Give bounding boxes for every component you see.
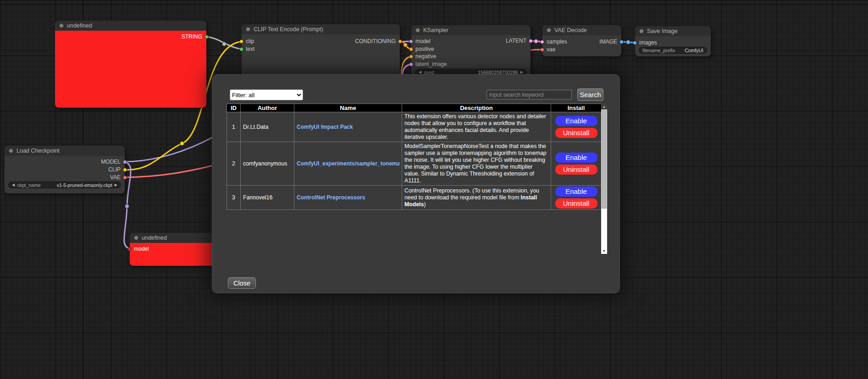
extension-link[interactable]: ComfyUI Impact Pack (297, 124, 399, 131)
extension-link[interactable]: ControlNet Preprocessors (297, 194, 399, 201)
node-header[interactable]: Load Checkpoint (5, 146, 125, 156)
port-label: STRING (182, 33, 202, 40)
scroll-up-icon[interactable]: ▲ (601, 104, 607, 110)
vae-port-dot[interactable] (123, 176, 127, 180)
table-row: 1 Dr.Lt.Data ComfyUI Impact Pack This ex… (227, 112, 602, 142)
node-header[interactable]: VAE Decode (542, 25, 621, 35)
filename-prefix-widget[interactable]: filename_prefix ComfyUI (639, 47, 707, 54)
input-port-model[interactable]: model (130, 245, 149, 253)
cell-install: Enable Uninstall (551, 142, 602, 186)
clip-port-dot[interactable] (239, 39, 243, 44)
uninstall-button[interactable]: Uninstall (555, 198, 597, 209)
port-label: images (639, 39, 657, 46)
cell-install: Enable Uninstall (551, 112, 602, 142)
node-vae-decode[interactable]: VAE Decode samples vae IMAGE (542, 25, 621, 56)
node-collapse-dot[interactable] (134, 236, 138, 240)
table-scrollbar[interactable]: ▲ ▼ (601, 104, 607, 254)
extension-link[interactable]: ComfyUI_experiments/sampler_tonemap (297, 160, 399, 167)
cell-name: ControlNet Preprocessors (294, 186, 402, 210)
cell-name: ComfyUI Impact Pack (294, 112, 402, 142)
output-port-image[interactable]: IMAGE (599, 38, 621, 45)
node-collapse-dot[interactable] (639, 29, 644, 33)
model-port-dot[interactable] (409, 39, 413, 44)
node-title: undefined (142, 235, 167, 241)
positive-port-dot[interactable] (409, 47, 413, 51)
negative-port-dot[interactable] (409, 55, 413, 59)
output-port-vae[interactable]: VAE (110, 174, 125, 181)
decrement-arrow-icon[interactable]: ◀ (419, 71, 421, 74)
conditioning-port-dot[interactable] (398, 39, 402, 44)
node-title: Load Checkpoint (17, 148, 60, 154)
input-port-vae[interactable]: vae (542, 46, 555, 53)
uninstall-button[interactable]: Uninstall (555, 128, 597, 138)
cell-author: comfyanonymous (241, 142, 294, 186)
enable-button[interactable]: Enable (555, 116, 597, 126)
images-port-dot[interactable] (633, 41, 637, 45)
node-undefined-top[interactable]: undefined STRING (55, 21, 206, 108)
vae-port-dot[interactable] (540, 48, 544, 52)
node-clip-text-encode[interactable]: CLIP Text Encode (Prompt) clip text COND… (242, 24, 400, 79)
node-collapse-dot[interactable] (59, 23, 64, 28)
port-label: CLIP (108, 166, 121, 173)
node-graph-canvas[interactable]: undefined STRING CLIP Text Encode (Promp… (0, 0, 868, 379)
search-button[interactable]: Search (577, 88, 603, 101)
output-port-clip[interactable]: CLIP (108, 166, 125, 173)
latent-image-port-dot[interactable] (409, 62, 413, 66)
latent-port-dot[interactable] (529, 39, 533, 43)
cell-install: Enable Uninstall (551, 186, 602, 210)
node-header[interactable]: CLIP Text Encode (Prompt) (242, 24, 400, 34)
scrollbar-thumb[interactable] (602, 110, 607, 209)
input-port-images[interactable]: images (635, 39, 657, 46)
port-label: positive (415, 46, 434, 52)
node-title: Save Image (647, 28, 678, 34)
string-port-dot[interactable] (205, 35, 209, 39)
scroll-down-icon[interactable]: ▼ (601, 248, 607, 254)
cell-description: ControlNet Preprocessors. (To use this e… (402, 186, 551, 210)
enable-button[interactable]: Enable (555, 153, 597, 163)
increment-arrow-icon[interactable]: ▶ (520, 71, 523, 74)
port-label: model (134, 246, 149, 252)
node-ksampler[interactable]: KSampler model positive negative latent_… (411, 25, 531, 80)
image-port-dot[interactable] (619, 40, 624, 44)
cell-description: ModelSamplerTonemapNoiseTest a node that… (402, 142, 551, 186)
increment-arrow-icon[interactable]: ▶ (115, 183, 117, 187)
port-label: LATENT (506, 38, 526, 44)
output-port-model[interactable]: MODEL (101, 158, 125, 165)
enable-button[interactable]: Enable (555, 187, 597, 197)
node-header[interactable]: undefined (55, 21, 206, 31)
input-port-model[interactable]: model (411, 38, 431, 45)
input-port-negative[interactable]: negative (411, 53, 436, 60)
node-header[interactable]: Save Image (635, 26, 711, 36)
samples-port-dot[interactable] (540, 40, 544, 44)
link-midpoint-dot (125, 204, 129, 209)
node-collapse-dot[interactable] (415, 28, 420, 33)
node-header[interactable]: KSampler (411, 25, 531, 35)
input-port-positive[interactable]: positive (411, 45, 434, 53)
input-port-samples[interactable]: samples (542, 38, 567, 45)
input-port-text[interactable]: text (242, 45, 254, 53)
node-collapse-dot[interactable] (9, 148, 13, 153)
model-port-dot[interactable] (123, 160, 127, 164)
search-input[interactable] (487, 90, 572, 99)
node-collapse-dot[interactable] (246, 27, 250, 32)
ckpt-name-widget[interactable]: ◀ ckpt_name v1-5-pruned-emaonly.ckpt ▶ (8, 181, 121, 188)
port-label: vae (547, 46, 555, 53)
clip-port-dot[interactable] (123, 168, 127, 172)
model-port-dot[interactable] (127, 247, 132, 251)
node-collapse-dot[interactable] (547, 28, 551, 33)
port-label: latent_image (415, 61, 447, 67)
decrement-arrow-icon[interactable]: ◀ (12, 183, 15, 187)
input-port-clip[interactable]: clip (242, 38, 254, 45)
filter-select[interactable]: Filter: all (230, 89, 303, 100)
cell-id: 3 (227, 186, 241, 210)
output-port-conditioning[interactable]: CONDITIONING (355, 38, 400, 45)
node-load-checkpoint[interactable]: Load Checkpoint MODEL CLIP VAE ◀ ckpt_na… (5, 146, 125, 193)
input-port-latent-image[interactable]: latent_image (411, 60, 447, 68)
output-port-string[interactable]: STRING (182, 33, 206, 40)
output-port-latent[interactable]: LATENT (506, 37, 531, 44)
uninstall-button[interactable]: Uninstall (555, 165, 597, 175)
port-label: clip (246, 38, 254, 44)
node-save-image[interactable]: Save Image images filename_prefix ComfyU… (635, 26, 711, 56)
close-button[interactable]: Close (228, 277, 256, 289)
text-port-dot[interactable] (239, 47, 243, 51)
